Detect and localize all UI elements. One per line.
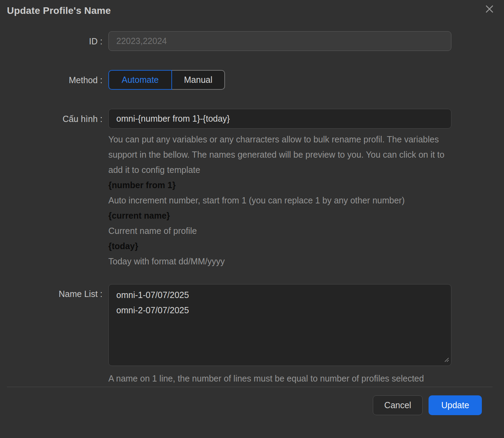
config-label: Cấu hình : [0,114,102,124]
config-help-intro: You can put any variables or any charrac… [108,132,454,177]
close-button[interactable] [483,3,496,15]
config-template-input[interactable] [108,109,451,129]
variable-description: Auto increment number, start from 1 (you… [108,193,454,208]
update-profile-form: ID : Method : Automate Manual Cấu hình :… [0,31,504,385]
name-list-row: Name List : omni-1-07/07/2025 omni-2-07/… [0,284,504,367]
variable-token-today[interactable]: {today} [108,238,454,254]
variable-token-number-from-1[interactable]: {number from 1} [108,177,454,193]
cancel-button[interactable]: Cancel [373,395,423,415]
config-help-block: You can put any variables or any charrac… [108,132,454,269]
modal-header: Update Profile's Name [0,0,504,17]
id-label: ID : [0,36,102,46]
name-list-textarea[interactable]: omni-1-07/07/2025 omni-2-07/07/2025 [108,284,451,366]
name-list-help-text: A name on 1 line, the number of lines mu… [108,371,454,385]
update-button[interactable]: Update [429,395,482,415]
id-input[interactable] [108,31,451,51]
resize-handle-icon[interactable] [444,357,449,364]
variable-description: Current name of profile [108,223,454,238]
config-row: Cấu hình : [0,109,504,129]
close-icon [485,4,494,14]
footer-divider [7,387,493,387]
method-segmented-control: Automate Manual [108,70,225,90]
modal-title: Update Profile's Name [7,5,497,17]
id-row: ID : [0,31,504,51]
method-label: Method : [0,75,102,85]
variable-description: Today with format dd/MM/yyyy [108,254,454,269]
variable-token-current-name[interactable]: {current name} [108,208,454,223]
modal-footer: Cancel Update [0,395,504,415]
method-option-manual[interactable]: Manual [172,70,225,90]
method-row: Method : Automate Manual [0,70,504,90]
update-profile-name-modal: Update Profile's Name ID : Method : Auto… [0,0,504,438]
name-list-textarea-wrap: omni-1-07/07/2025 omni-2-07/07/2025 [108,284,451,367]
name-list-label: Name List : [0,284,102,299]
method-option-automate[interactable]: Automate [108,70,172,90]
